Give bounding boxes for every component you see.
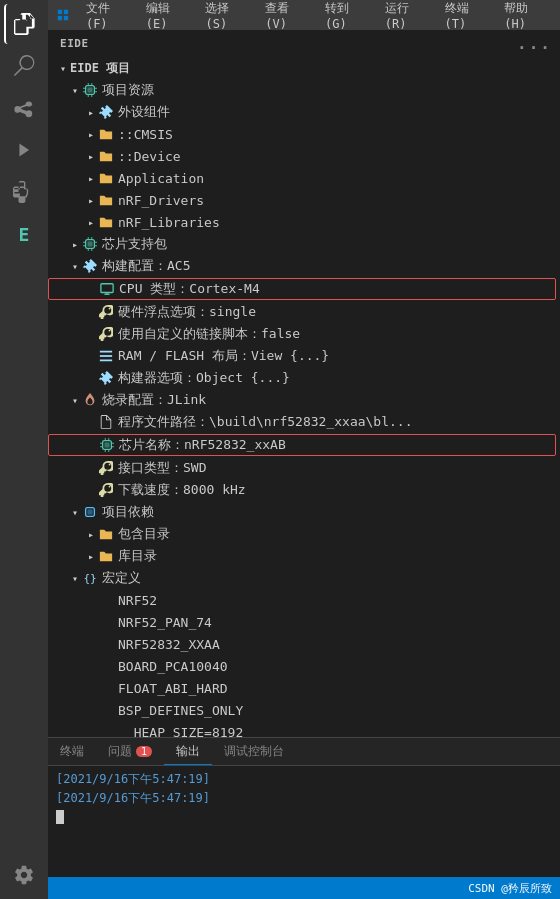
tree-item-interface-type[interactable]: 接口类型：SWD [48, 457, 560, 479]
tree-item-def-bsp[interactable]: BSP_DEFINES_ONLY [48, 699, 560, 721]
terminal-tabs: 终端 问题 1 输出 调试控制台 [48, 738, 560, 766]
terminal-cursor-line [56, 808, 552, 827]
tree-item-burn-config[interactable]: 烧录配置：JLink [48, 389, 560, 411]
label-build-config: 构建配置：AC5 [102, 257, 560, 275]
tree-item-def-heap[interactable]: __HEAP_SIZE=8192 [48, 721, 560, 737]
terminal-line-2: [2021/9/16下午5:47:19] [56, 789, 552, 808]
tree-item-def-nrf52-pan[interactable]: NRF52_PAN_74 [48, 611, 560, 633]
label-lib-dirs: 库目录 [118, 547, 560, 565]
tree-item-application[interactable]: Application [48, 167, 560, 189]
settings-icon[interactable] [4, 855, 44, 895]
tree-item-cmsis[interactable]: ::CMSIS [48, 123, 560, 145]
icon-use-script [98, 326, 114, 342]
svg-rect-5 [87, 87, 92, 92]
icon-device [98, 148, 114, 164]
label-builder-options: 构建器选项：Object {...} [118, 369, 560, 387]
terminal-time-1: [2021/9/16下午5:47:19] [56, 772, 210, 786]
eide-section-label: EIDE 项目 [70, 60, 560, 77]
label-def-nrf52-pan: NRF52_PAN_74 [118, 615, 560, 630]
run-icon[interactable] [4, 130, 44, 170]
label-cmsis: ::CMSIS [118, 127, 560, 142]
tree-item-download-speed[interactable]: 下载速度：8000 kHz [48, 479, 560, 501]
label-use-script: 使用自定义的链接脚本：false [118, 325, 560, 343]
main-area: 文件(F) 编辑(E) 选择(S) 查看(V) 转到(G) 运行(R) 终端(T… [48, 0, 560, 899]
tree-item-project-resource[interactable]: 项目资源 [48, 79, 560, 101]
eide-icon[interactable]: E [4, 214, 44, 254]
tree-item-nrf-libraries[interactable]: nRF_Libraries [48, 211, 560, 233]
label-def-float: FLOAT_ABI_HARD [118, 681, 560, 696]
label-external-components: 外设组件 [118, 103, 560, 121]
tree-item-device[interactable]: ::Device [48, 145, 560, 167]
label-program-path: 程序文件路径：\build\nrf52832_xxaa\bl... [118, 413, 560, 431]
panel-title: EIDE [60, 37, 89, 50]
tree-item-ram-flash[interactable]: RAM / FLASH 布局：View {...} [48, 345, 560, 367]
search-icon[interactable] [4, 46, 44, 86]
extensions-icon[interactable] [4, 172, 44, 212]
menu-run[interactable]: 运行(R) [377, 0, 433, 33]
tree-item-def-board[interactable]: BOARD_PCA10040 [48, 655, 560, 677]
chevron-chip-support [68, 237, 82, 251]
tab-problems[interactable]: 问题 1 [96, 738, 164, 765]
tab-output[interactable]: 输出 [164, 738, 212, 765]
tree-item-project-deps[interactable]: 项目依赖 [48, 501, 560, 523]
terminal-panel: 终端 问题 1 输出 调试控制台 [2021/9/16下午5:47:19] [2… [48, 737, 560, 877]
label-defines: 宏定义 [102, 569, 560, 587]
menu-bar: 文件(F) 编辑(E) 选择(S) 查看(V) 转到(G) 运行(R) 终端(T… [48, 0, 560, 30]
tree-item-builder-options[interactable]: 构建器选项：Object {...} [48, 367, 560, 389]
panel-header: EIDE ... [48, 30, 560, 57]
tree-container: 项目资源外设组件::CMSIS::DeviceApplicationnRF_Dr… [48, 79, 560, 737]
tree-item-cpu-type[interactable]: CPU 类型：Cortex-M4 [48, 278, 556, 300]
tab-debug[interactable]: 调试控制台 [212, 738, 296, 765]
label-burn-config: 烧录配置：JLink [102, 391, 560, 409]
icon-include-dirs [98, 526, 114, 542]
label-def-nrf52: NRF52 [118, 593, 560, 608]
svg-rect-24 [101, 284, 113, 293]
label-fp-option: 硬件浮点选项：single [118, 303, 560, 321]
tree-item-program-path[interactable]: 程序文件路径：\build\nrf52832_xxaa\bl... [48, 411, 560, 433]
label-include-dirs: 包含目录 [118, 525, 560, 543]
tree-item-fp-option[interactable]: 硬件浮点选项：single [48, 301, 560, 323]
chevron-project-resource [68, 83, 82, 97]
menu-edit[interactable]: 编辑(E) [138, 0, 194, 33]
tree-item-chip-name[interactable]: 芯片名称：nRF52832_xxAB [48, 434, 556, 456]
label-cpu-type: CPU 类型：Cortex-M4 [119, 280, 555, 298]
tree-item-use-script[interactable]: 使用自定义的链接脚本：false [48, 323, 560, 345]
tree-item-def-float[interactable]: FLOAT_ABI_HARD [48, 677, 560, 699]
label-ram-flash: RAM / FLASH 布局：View {...} [118, 347, 560, 365]
svg-rect-2 [58, 16, 62, 20]
icon-chip-support [82, 236, 98, 252]
chevron-application [84, 171, 98, 185]
source-control-icon[interactable] [4, 88, 44, 128]
chevron-lib-dirs [84, 549, 98, 563]
tree-item-def-nrf52832[interactable]: NRF52832_XXAA [48, 633, 560, 655]
tree-item-build-config[interactable]: 构建配置：AC5 [48, 255, 560, 277]
menu-help[interactable]: 帮助(H) [496, 0, 552, 33]
chevron-device [84, 149, 98, 163]
chevron-nrf-drivers [84, 193, 98, 207]
chevron-include-dirs [84, 527, 98, 541]
menu-terminal[interactable]: 终端(T) [437, 0, 493, 33]
menu-goto[interactable]: 转到(G) [317, 0, 373, 33]
files-icon[interactable] [4, 4, 44, 44]
menu-select[interactable]: 选择(S) [197, 0, 253, 33]
menu-file[interactable]: 文件(F) [78, 0, 134, 33]
label-nrf-libraries: nRF_Libraries [118, 215, 560, 230]
tree-item-lib-dirs[interactable]: 库目录 [48, 545, 560, 567]
icon-nrf-libraries [98, 214, 114, 230]
icon-fp-option [98, 304, 114, 320]
icon-burn-config [82, 392, 98, 408]
tree-item-defines[interactable]: {}宏定义 [48, 567, 560, 589]
svg-rect-28 [100, 355, 112, 357]
panel-options-button[interactable]: ... [517, 34, 552, 53]
eide-section-header[interactable]: EIDE 项目 [48, 57, 560, 79]
tree-item-chip-support[interactable]: 芯片支持包 [48, 233, 560, 255]
status-bar: CSDN @矜辰所致 [48, 877, 560, 899]
tree-item-def-nrf52[interactable]: NRF52 [48, 589, 560, 611]
icon-ram-flash [98, 348, 114, 364]
tree-item-external-components[interactable]: 外设组件 [48, 101, 560, 123]
tree-item-nrf-drivers[interactable]: nRF_Drivers [48, 189, 560, 211]
tree-item-include-dirs[interactable]: 包含目录 [48, 523, 560, 545]
svg-rect-15 [87, 241, 92, 246]
menu-view[interactable]: 查看(V) [257, 0, 313, 33]
tab-terminal[interactable]: 终端 [48, 738, 96, 765]
